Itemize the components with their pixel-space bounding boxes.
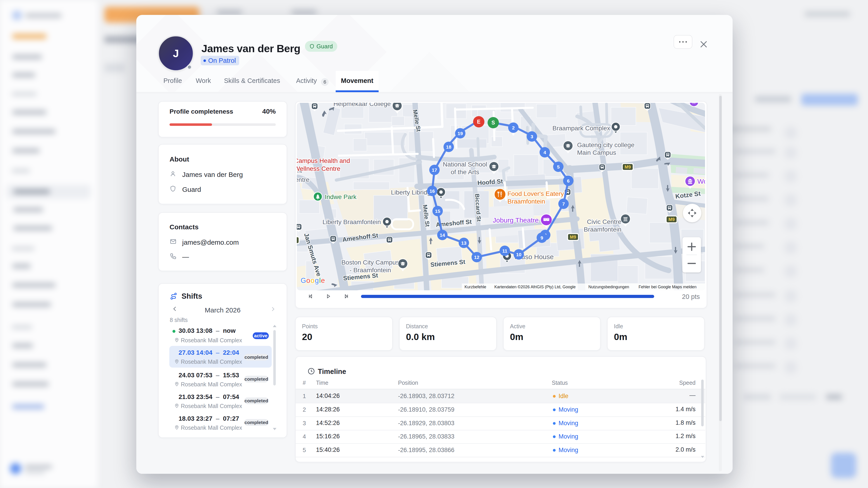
svg-text:S: S (491, 120, 495, 126)
svg-text:o: o (311, 276, 314, 285)
svg-text:11: 11 (502, 248, 507, 254)
svg-text:Kurzbefehle: Kurzbefehle (465, 285, 486, 289)
svg-text:Braampark Complex: Braampark Complex (553, 125, 610, 132)
svg-text:e: e (321, 276, 325, 285)
svg-text:Fehler bei Google Maps melden: Fehler bei Google Maps melden (639, 285, 696, 289)
svg-text:Campus Health and: Campus Health and (297, 157, 350, 164)
svg-text:Helpmekaar College: Helpmekaar College (333, 103, 391, 107)
svg-text:Nutzungsbedingungen: Nutzungsbedingungen (588, 285, 629, 289)
svg-text:12: 12 (474, 255, 479, 260)
svg-text:entre: entre (297, 176, 309, 183)
svg-text:5: 5 (557, 164, 560, 169)
svg-text:2: 2 (512, 125, 515, 130)
svg-text:Braamfontein: Braamfontein (584, 226, 621, 233)
svg-text:10: 10 (516, 252, 521, 257)
svg-text:16: 16 (430, 188, 435, 194)
svg-text:Main Campus: Main Campus (577, 149, 616, 156)
svg-text:18: 18 (446, 144, 452, 150)
svg-text:Braamfontein: Braamfontein (507, 198, 545, 205)
svg-text:Boston City Campus: Boston City Campus (341, 259, 399, 266)
svg-text:Food Lover's Eatery: Food Lover's Eatery (507, 190, 564, 197)
svg-text:19: 19 (458, 131, 463, 136)
svg-text:Joburg Theatre: Joburg Theatre (493, 217, 539, 224)
svg-text:National School: National School (443, 161, 487, 168)
svg-text:o: o (306, 276, 310, 285)
svg-text:l: l (319, 276, 321, 285)
svg-text:13: 13 (461, 240, 466, 246)
svg-text:4: 4 (544, 150, 546, 155)
svg-text:Wellness Centre: Wellness Centre (297, 165, 340, 172)
svg-text:9: 9 (540, 235, 543, 240)
svg-text:of the Arts: of the Arts (451, 168, 479, 175)
svg-text:- Braamfontein: - Braamfontein (349, 267, 391, 273)
svg-text:7: 7 (562, 201, 565, 206)
svg-text:Civic Centre: Civic Centre (587, 218, 621, 225)
svg-text:g: g (315, 276, 319, 285)
svg-text:15: 15 (435, 208, 440, 214)
svg-text:3: 3 (530, 134, 533, 139)
svg-text:17: 17 (432, 167, 437, 173)
svg-text:Wo: Wo (698, 177, 705, 185)
svg-text:M: M (689, 181, 691, 183)
svg-text:Indwe Park: Indwe Park (325, 193, 357, 200)
svg-text:E: E (477, 119, 480, 125)
svg-text:G: G (301, 276, 306, 285)
svg-text:14: 14 (440, 232, 445, 238)
svg-text:Gauteng city college: Gauteng city college (577, 141, 634, 149)
svg-text:Kartendaten ©2026 AfriGIS (Pty: Kartendaten ©2026 AfriGIS (Pty) Ltd, Goo… (494, 285, 576, 289)
svg-text:6: 6 (567, 178, 569, 184)
svg-text:Liberty Braamfontein: Liberty Braamfontein (322, 219, 381, 225)
